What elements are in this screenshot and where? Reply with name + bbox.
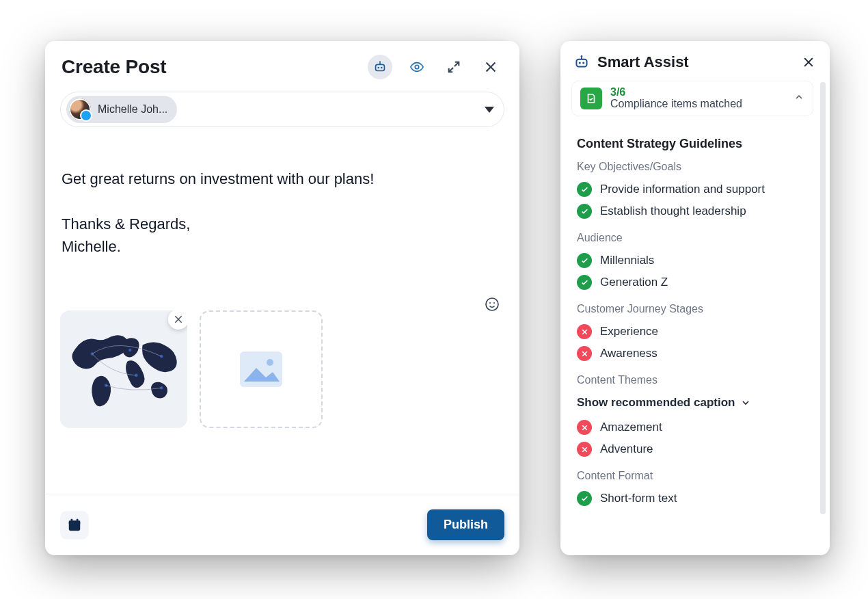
guideline-label: Amazement (600, 421, 662, 434)
document-check-icon (580, 88, 602, 109)
show-recommended-label: Show recommended caption (577, 396, 735, 410)
compose-title: Create Post (62, 56, 368, 78)
svg-point-5 (486, 298, 498, 310)
guideline-label: Adventure (600, 442, 653, 456)
remove-attachment-button[interactable] (168, 310, 187, 330)
image-placeholder-icon (239, 350, 284, 388)
robot-icon (372, 59, 388, 75)
guideline-item: Millennials (577, 250, 808, 271)
svg-point-22 (582, 62, 584, 64)
svg-point-2 (381, 67, 383, 69)
svg-point-15 (267, 359, 273, 366)
expand-icon (446, 59, 461, 75)
ai-assist-toggle[interactable] (368, 55, 392, 79)
compose-header-actions (368, 55, 503, 79)
guideline-label: Generation Z (600, 276, 668, 289)
avatar (69, 98, 91, 120)
guideline-item: Establish thought leadership (577, 200, 808, 222)
subhead-themes: Content Themes (577, 374, 808, 386)
create-post-panel: Create Post (45, 41, 519, 555)
smart-assist-title: Smart Assist (597, 53, 793, 71)
svg-point-6 (489, 302, 491, 304)
compliance-label: Compliance items matched (610, 98, 785, 110)
preview-button[interactable] (405, 55, 429, 79)
svg-point-7 (493, 302, 495, 304)
chevron-down-icon (740, 397, 751, 408)
compose-header: Create Post (45, 41, 519, 86)
svg-rect-20 (576, 59, 586, 67)
smart-assist-panel: Smart Assist 3/6 Compliance items matche… (560, 41, 830, 555)
check-icon (577, 275, 592, 290)
compose-body-text: Get great returns on investment with our… (62, 170, 374, 255)
cross-icon (577, 324, 592, 339)
chevron-up-icon (794, 92, 804, 105)
schedule-button[interactable] (60, 511, 89, 540)
attachment-thumbnail[interactable] (60, 310, 187, 428)
guidelines-heading: Content Strategy Guidelines (577, 137, 808, 151)
guideline-label: Short-form text (600, 492, 677, 505)
chevron-down-icon (485, 107, 494, 113)
close-icon (483, 59, 498, 75)
svg-point-4 (415, 65, 419, 69)
subhead-audience: Audience (577, 232, 808, 244)
emoji-picker-button[interactable] (484, 274, 502, 291)
publish-button[interactable]: Publish (427, 509, 504, 540)
smile-icon (484, 296, 500, 312)
worldmap-icon (67, 317, 180, 412)
guideline-label: Awareness (600, 347, 657, 360)
close-icon (173, 314, 184, 325)
guideline-label: Experience (600, 325, 658, 338)
guideline-item: Experience (577, 321, 808, 343)
svg-point-23 (581, 55, 583, 57)
subhead-key-objectives: Key Objectives/Goals (577, 161, 808, 173)
guideline-item: Adventure (577, 438, 808, 460)
add-attachment-button[interactable] (200, 310, 323, 428)
svg-rect-19 (77, 518, 79, 521)
show-recommended-caption[interactable]: Show recommended caption (577, 392, 808, 416)
cross-icon (577, 346, 592, 361)
svg-point-10 (128, 349, 132, 352)
cross-icon (577, 420, 592, 435)
compose-textarea[interactable]: Get great returns on investment with our… (45, 127, 519, 287)
close-smart-assist-button[interactable] (800, 53, 817, 71)
compliance-count: 3/6 (610, 87, 785, 98)
smart-assist-header: Smart Assist (560, 41, 830, 78)
check-icon (577, 253, 592, 268)
account-name: Michelle Joh... (98, 103, 167, 116)
compliance-text: 3/6 Compliance items matched (610, 87, 785, 110)
subhead-format: Content Format (577, 470, 808, 482)
eye-icon (409, 59, 424, 75)
subhead-journey: Customer Journey Stages (577, 303, 808, 315)
attachments-row (45, 287, 519, 435)
scrollbar[interactable] (820, 82, 826, 514)
compliance-summary[interactable]: 3/6 Compliance items matched (571, 81, 813, 116)
svg-rect-18 (71, 518, 73, 521)
close-compose-button[interactable] (478, 55, 503, 79)
svg-rect-14 (240, 351, 282, 387)
expand-button[interactable] (442, 55, 466, 79)
publish-label: Publish (444, 518, 488, 531)
guideline-label: Provide information and support (600, 183, 765, 196)
guideline-item: Provide information and support (577, 178, 808, 200)
account-chip[interactable]: Michelle Joh... (66, 96, 177, 123)
svg-point-3 (379, 62, 381, 63)
calendar-icon (67, 518, 82, 533)
guideline-label: Establish thought leadership (600, 204, 746, 218)
compose-footer: Publish (45, 494, 519, 555)
check-icon (577, 204, 592, 219)
guideline-item: Awareness (577, 343, 808, 364)
svg-rect-17 (69, 520, 81, 524)
svg-point-21 (579, 62, 581, 64)
svg-point-1 (377, 67, 379, 69)
check-icon (577, 491, 592, 506)
guideline-item: Generation Z (577, 271, 808, 293)
svg-rect-0 (376, 64, 385, 70)
robot-icon (573, 53, 591, 71)
guideline-item: Short-form text (577, 488, 808, 509)
cross-icon (577, 442, 592, 457)
guideline-label: Millennials (600, 254, 654, 267)
smart-assist-body[interactable]: 3/6 Compliance items matched Content Str… (560, 78, 830, 555)
check-icon (577, 182, 592, 197)
account-selector[interactable]: Michelle Joh... (60, 92, 504, 127)
guideline-item: Amazement (577, 416, 808, 438)
